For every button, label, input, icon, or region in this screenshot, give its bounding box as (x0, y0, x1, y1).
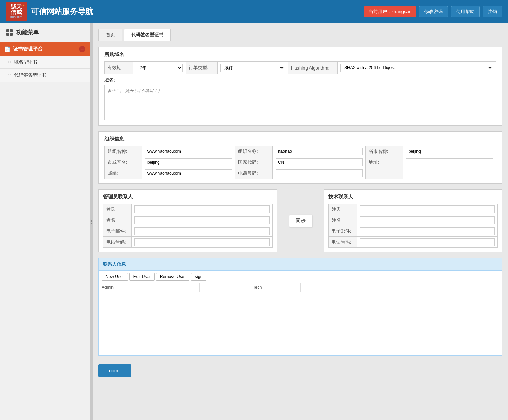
city-label: 市或区名: (105, 157, 142, 168)
address-input[interactable] (406, 158, 493, 166)
tech-contact-section: 技术联系人 姓氏: 姓名: 电子邮件 (324, 189, 503, 252)
sidebar-item-domain-cert[interactable]: ∷ 域名型证书 (0, 56, 90, 69)
remove-user-button[interactable]: Remove User (156, 273, 189, 281)
admin-email-input[interactable] (134, 227, 270, 235)
contacts-row: 管理员联系人 姓氏: 姓名: 电子邮 (98, 189, 502, 252)
province-cell (403, 146, 496, 157)
main-layout: 功能菜单 📄 证书管理平台 − ∷ 域名型证书 ∷ 代码签名型证书 ⋮ 首页 代… (0, 23, 508, 420)
tech-contact-title: 技术联系人 (328, 194, 498, 200)
col-6 (351, 283, 401, 292)
logo-cn: 誠天信威 (11, 4, 22, 15)
svg-rect-3 (10, 33, 13, 36)
dots-icon-2: ∷ (8, 73, 11, 78)
admin-contact-title: 管理员联系人 (103, 194, 273, 200)
admin-name-label: 姓名: (103, 215, 132, 226)
sidebar-menu-text: 功能菜单 (16, 29, 39, 36)
contact-info-header: 联系人信息 (99, 258, 502, 271)
header: ★ 誠天信威 Trust·him. 可信网站服务导航 当前用户：zhangsan… (0, 0, 508, 23)
phone-input[interactable] (276, 169, 363, 177)
admin-surname-label: 姓氏: (103, 204, 132, 215)
dots-icon: ∷ (8, 60, 11, 65)
new-user-button[interactable]: New User (102, 273, 128, 281)
col-5 (301, 283, 351, 292)
sidebar-section-label: 证书管理平台 (13, 46, 79, 52)
city-cell (142, 157, 235, 168)
tech-name-label: 姓名: (328, 215, 357, 226)
edit-user-button[interactable]: Edit User (129, 273, 155, 281)
header-buttons: 当前用户：zhangsan 修改密码 使用帮助 注销 (364, 6, 502, 17)
sign-button[interactable]: sign (191, 273, 206, 281)
tech-surname-input[interactable] (360, 205, 495, 213)
sidebar-resizer[interactable]: ⋮ (90, 23, 93, 420)
org-name2-cell (272, 146, 365, 157)
submit-button[interactable]: comit (98, 364, 131, 377)
validity-label: 有效期: (105, 62, 133, 74)
phone-label: 电话号码: (235, 168, 272, 179)
tech-name-cell (357, 215, 498, 226)
col-7 (401, 283, 452, 292)
sidebar-menu-title: 功能菜单 (0, 23, 90, 42)
purchase-domain-title: 所购域名 (104, 52, 496, 58)
city-input[interactable] (145, 158, 232, 166)
tab-home[interactable]: 首页 (98, 29, 122, 41)
country-label: 国家代码: (235, 157, 272, 168)
logo-en: Trust·him. (9, 15, 23, 19)
admin-contact-section: 管理员联系人 姓氏: 姓名: 电子邮 (98, 189, 277, 252)
tech-phone-label: 电话号码: (328, 237, 357, 248)
logo-star: ★ (22, 3, 25, 7)
sync-button[interactable]: 同步 (289, 215, 312, 227)
order-type-label: 订单类型: (186, 62, 218, 74)
province-input[interactable] (406, 148, 493, 155)
content-area: 首页 代码签名型证书 所购域名 有效期: 2年 1年 3年 订单类型: (93, 23, 508, 420)
sidebar-section-cert[interactable]: 📄 证书管理平台 − (0, 42, 90, 56)
org-name2-input[interactable] (276, 148, 363, 155)
hashing-cell: SHA2 with a 256-bit Digest SHA1 (338, 62, 496, 74)
tech-email-label: 电子邮件: (328, 226, 357, 237)
tech-name-input[interactable] (360, 216, 495, 224)
hashing-select[interactable]: SHA2 with a 256-bit Digest SHA1 (340, 64, 493, 72)
country-input[interactable] (276, 158, 363, 166)
org-name2-label: 组织名称: (235, 146, 272, 157)
phone-cell (272, 168, 365, 179)
org-name1-input[interactable] (145, 148, 232, 155)
hashing-label: Hashing Algorithm: (288, 62, 338, 74)
tech-email-input[interactable] (360, 227, 495, 235)
logout-button[interactable]: 注销 (483, 6, 502, 17)
sync-btn-wrapper: 同步 (283, 189, 318, 252)
admin-contact-table: 姓氏: 姓名: 电子邮件: (103, 204, 273, 248)
tech-phone-cell (357, 237, 498, 248)
order-type-select[interactable]: 续订 新购 (220, 64, 285, 72)
svg-rect-1 (10, 29, 13, 32)
col-tech: Tech (250, 283, 301, 292)
address-label: 地址: (365, 157, 403, 168)
purchase-domain-section: 所购域名 有效期: 2年 1年 3年 订单类型: 续订 (98, 47, 502, 126)
domain-textarea[interactable] (104, 85, 496, 120)
tech-phone-input[interactable] (360, 238, 495, 246)
sidebar-item-code-sign-cert[interactable]: ∷ 代码签名型证书 (0, 69, 90, 82)
admin-email-cell (132, 226, 273, 237)
cert-icon: 📄 (4, 46, 10, 52)
admin-name-cell (132, 215, 273, 226)
help-button[interactable]: 使用帮助 (451, 6, 480, 17)
col-8 (452, 283, 502, 292)
postal-input[interactable] (145, 169, 232, 177)
validity-select[interactable]: 2年 1年 3年 (136, 64, 183, 72)
admin-phone-label: 电话号码: (103, 237, 132, 248)
tab-code-sign-cert[interactable]: 代码签名型证书 (124, 29, 171, 41)
contact-info-body (99, 292, 502, 355)
tech-email-cell (357, 226, 498, 237)
current-user-button[interactable]: 当前用户：zhangsan (364, 6, 416, 17)
col-2 (149, 283, 200, 292)
province-label: 省市名称: (365, 146, 403, 157)
admin-surname-input[interactable] (134, 205, 270, 213)
admin-name-input[interactable] (134, 216, 270, 224)
svg-rect-0 (6, 29, 9, 32)
admin-phone-input[interactable] (134, 238, 270, 246)
tab-bar: 首页 代码签名型证书 (98, 29, 502, 41)
org-info-section: 组织信息 组织名称: 组织名称: 省市名称: (98, 131, 502, 184)
contact-info-table-header: Admin Tech (99, 283, 502, 292)
contact-info-toolbar: New User Edit User Remove User sign (99, 271, 502, 283)
modify-password-button[interactable]: 修改密码 (419, 6, 448, 17)
org-info-table: 组织名称: 组织名称: 省市名称: 市或区名: (104, 146, 496, 179)
admin-phone-cell (132, 237, 273, 248)
